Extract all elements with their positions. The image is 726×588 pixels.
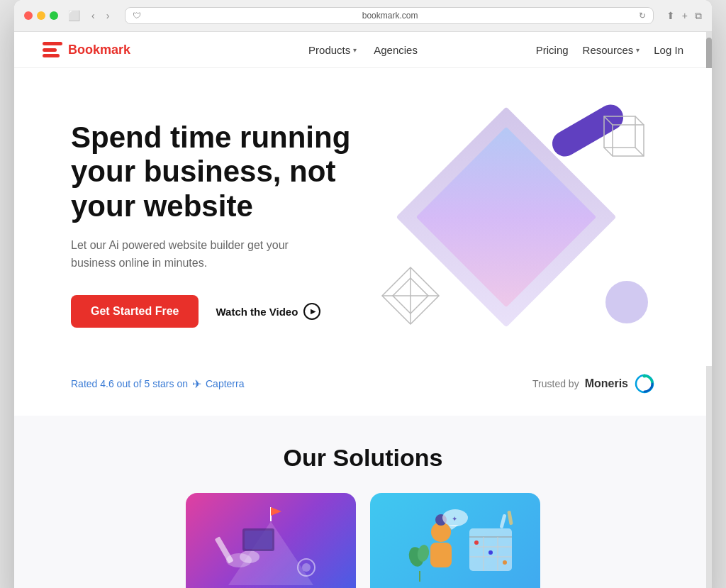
hero-subtitle: Let our Ai powered website builder get y… [71, 236, 298, 272]
svg-point-22 [302, 563, 311, 572]
browser-actions: ⬆ + ⧉ [666, 10, 702, 22]
watch-video-label: Watch the Video [216, 306, 298, 318]
purple-circle-shape [605, 281, 648, 323]
svg-rect-44 [507, 511, 513, 526]
svg-line-7 [604, 148, 613, 156]
watch-video-button[interactable]: Watch the Video ▶ [216, 303, 320, 320]
nav-agencies-label: Agencies [374, 44, 418, 56]
windows-icon[interactable]: ⧉ [695, 10, 702, 22]
solutions-section: Our Solutions [14, 416, 712, 588]
nav-pricing-label: Pricing [536, 44, 569, 56]
share-icon[interactable]: ⬆ [666, 10, 675, 22]
play-icon: ▶ [303, 303, 320, 320]
site-navbar: Bookmark Products ▾ Agencies Pricing Res… [14, 32, 712, 68]
svg-rect-24 [245, 531, 272, 549]
back-button[interactable]: ‹ [89, 9, 98, 23]
nav-center: Products ▾ Agencies [308, 44, 418, 56]
resources-chevron-icon: ▾ [636, 46, 640, 54]
svg-point-39 [503, 560, 507, 565]
nav-login-label: Log In [654, 44, 683, 56]
logo-icon [43, 42, 62, 57]
page-content: Bookmark Products ▾ Agencies Pricing Res… [14, 32, 712, 588]
solutions-title: Our Solutions [43, 444, 683, 472]
browser-window: ⬜ ‹ › 🛡 bookmark.com ↻ ⬆ + ⧉ [14, 0, 712, 588]
capterra-label: Capterra [206, 378, 244, 389]
traffic-lights [24, 11, 58, 20]
svg-line-8 [635, 148, 644, 156]
svg-point-14 [643, 375, 647, 378]
wire-diamond-container [379, 264, 442, 331]
capterra-icon: ✈ [192, 377, 201, 391]
browser-chrome: ⬜ ‹ › 🛡 bookmark.com ↻ ⬆ + ⧉ [14, 0, 712, 32]
browser-controls: ⬜ ‹ › [65, 9, 112, 23]
nav-products-label: Products [308, 44, 350, 56]
nav-resources[interactable]: Resources ▾ [583, 44, 640, 56]
capterra-rating[interactable]: Rated 4.6 out of 5 stars on ✈ Capterra [71, 377, 244, 391]
svg-point-38 [488, 550, 493, 555]
svg-line-6 [635, 116, 644, 125]
refresh-icon[interactable]: ↻ [639, 11, 646, 21]
nav-right: Pricing Resources ▾ Log In [536, 44, 683, 56]
card-2-illustration: ✦ [384, 500, 526, 588]
svg-point-20 [240, 550, 259, 563]
trusted-by: Trusted by Moneris [532, 373, 655, 394]
moneris-swirl-icon [634, 373, 655, 394]
new-tab-icon[interactable]: + [682, 10, 688, 22]
address-bar[interactable]: 🛡 bookmark.com ↻ [125, 7, 653, 24]
nav-pricing[interactable]: Pricing [536, 44, 569, 56]
url-text: bookmark.com [147, 11, 632, 21]
sidebar-toggle-icon[interactable]: ⬜ [65, 9, 83, 23]
maximize-button[interactable] [50, 11, 58, 20]
nav-agencies[interactable]: Agencies [374, 44, 418, 56]
hero-content: Spend time running your business, not yo… [71, 121, 369, 328]
svg-text:✦: ✦ [452, 515, 457, 523]
products-chevron-icon: ▾ [353, 46, 357, 54]
solutions-cards: ✦ [43, 493, 683, 588]
trusted-label: Trusted by [532, 378, 579, 389]
hero-section: Spend time running your business, not yo… [14, 68, 712, 366]
logo-text: Bookmark [68, 43, 130, 57]
solution-card-1[interactable] [186, 493, 356, 588]
nav-login[interactable]: Log In [654, 44, 683, 56]
svg-rect-0 [43, 42, 62, 45]
card-1-illustration [200, 500, 342, 588]
browser-titlebar: ⬜ ‹ › 🛡 bookmark.com ↻ ⬆ + ⧉ [24, 7, 702, 24]
trust-bar: Rated 4.6 out of 5 stars on ✈ Capterra T… [14, 366, 712, 416]
moneris-logo: Moneris [585, 377, 628, 390]
forward-button[interactable]: › [104, 9, 113, 23]
site-logo[interactable]: Bookmark [43, 42, 130, 57]
wire-cube-shape [598, 111, 655, 167]
svg-rect-43 [500, 514, 507, 529]
svg-rect-1 [43, 48, 57, 52]
card-2-content: ✦ [370, 493, 540, 588]
solution-card-2[interactable]: ✦ [370, 493, 540, 588]
svg-line-5 [604, 116, 613, 125]
wire-diamond-shape [379, 264, 442, 328]
get-started-button[interactable]: Get Started Free [71, 295, 199, 328]
svg-rect-2 [43, 54, 60, 57]
nav-products[interactable]: Products ▾ [308, 44, 357, 56]
card-1-content [186, 493, 356, 588]
hero-illustration [372, 96, 669, 366]
hero-title: Spend time running your business, not yo… [71, 121, 369, 223]
minimize-button[interactable] [37, 11, 45, 20]
capterra-text: Rated 4.6 out of 5 stars on [71, 378, 188, 389]
nav-resources-label: Resources [583, 44, 634, 56]
svg-point-37 [474, 540, 479, 545]
svg-rect-31 [469, 528, 512, 571]
svg-rect-27 [430, 543, 452, 567]
close-button[interactable] [24, 11, 33, 20]
security-icon: 🛡 [133, 11, 141, 21]
svg-marker-18 [271, 507, 281, 516]
hero-cta: Get Started Free Watch the Video ▶ [71, 295, 369, 328]
